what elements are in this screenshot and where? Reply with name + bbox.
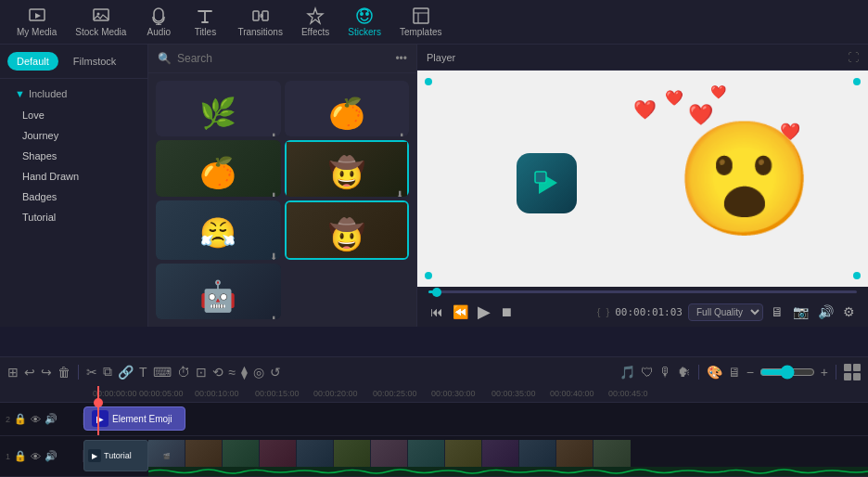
cut-icon[interactable]: ✂ [86, 365, 97, 380]
main-emoji: 😮 [675, 114, 814, 245]
split-icon[interactable]: ⊞ [7, 365, 19, 380]
rewind-btn[interactable]: ⏮ [428, 303, 445, 321]
effects-btn[interactable]: Effects [292, 3, 338, 41]
left-panel-tabs: Default Filmstock [0, 45, 147, 79]
voice-icon[interactable]: 🗣 [678, 365, 691, 380]
transitions-btn[interactable]: Transitions [228, 3, 292, 41]
copy-icon[interactable]: ⧉ [103, 364, 112, 380]
ruler-15: 00:00:15:00 [255, 389, 300, 398]
left-panel: Default Filmstock ▼ Included Love Journe… [0, 45, 148, 327]
search-input[interactable] [177, 52, 389, 65]
zoom-in-icon[interactable]: + [821, 365, 828, 380]
sticker-element-emoji-9[interactable]: 🤖 ⬇ Element Emoji 9 [156, 264, 281, 319]
mic-icon[interactable]: 🎙 [659, 365, 672, 380]
step-back-btn[interactable]: ⏪ [451, 303, 470, 321]
heart-far-right: ❤️ [710, 84, 726, 99]
magnet-icon[interactable]: ◎ [253, 365, 264, 380]
progress-dot [432, 288, 441, 297]
track-2-audio[interactable]: 🔊 [45, 413, 57, 425]
redo-icon[interactable]: ↪ [41, 365, 52, 380]
zoom-slider[interactable] [760, 365, 815, 380]
right-layout: Player ⛶ ❤️ ❤️ ❤️ ❤️ ❤️ 😮 [417, 45, 868, 327]
snap-icon[interactable]: ⧫ [241, 365, 248, 380]
camera-btn[interactable]: 📷 [791, 303, 811, 321]
titles-btn[interactable]: Titles [182, 3, 228, 41]
default-tab[interactable]: Default [7, 52, 58, 71]
sidebar-item-badges[interactable]: Badges [0, 187, 147, 207]
sticker-element-emoji-5[interactable]: 🍊 ⬇ Element Emoji 5 [156, 140, 281, 196]
track-1-lock[interactable]: 🔒 [14, 450, 27, 462]
sticker-element-emoji-7[interactable]: 😤 ⬇ Element Emoji 7 [156, 200, 281, 260]
sidebar-item-hand-drawn[interactable]: Hand Drawn [0, 166, 147, 187]
caption-icon[interactable]: ⌨ [153, 365, 172, 380]
timeline-ruler: 00:00:00:00 00:00:05:00 00:00:10:00 00:0… [0, 386, 868, 403]
player-canvas: ❤️ ❤️ ❤️ ❤️ ❤️ 😮 [417, 71, 868, 287]
sidebar-item-shapes[interactable]: Shapes [0, 146, 147, 166]
progress-bar-container[interactable] [417, 287, 868, 297]
stickers-btn[interactable]: Stickers [338, 3, 390, 41]
monitor-icon[interactable]: 🖥 [728, 365, 741, 380]
track-2-lock[interactable]: 🔒 [14, 413, 27, 425]
text-icon[interactable]: T [139, 365, 147, 380]
timer-icon[interactable]: ⏱ [177, 365, 190, 380]
svg-point-8 [366, 13, 368, 15]
sidebar-item-journey[interactable]: Journey [0, 125, 147, 146]
tutorial-clip[interactable]: ▶ Tutorial [83, 440, 148, 471]
sticker-element-emoji-8[interactable]: 🤠 Element Emoji 8 [285, 200, 410, 260]
my-media-btn[interactable]: My Media [7, 3, 66, 41]
refresh-icon[interactable]: ↺ [270, 365, 281, 380]
settings-btn[interactable]: ⚙ [841, 303, 857, 321]
expand-icon[interactable]: ⛶ [848, 51, 859, 64]
included-section-header[interactable]: ▼ Included [0, 83, 147, 105]
timeline-toolbar: ⊞ ↩ ↪ 🗑 ✂ ⧉ 🔗 T ⌨ ⏱ ⊡ ⟲ ≈ ⧫ ◎ ↺ 🎵 🛡 🎙 🗣 … [0, 356, 868, 386]
ripple-icon[interactable]: ≈ [229, 365, 236, 380]
audio-track-icon[interactable]: 🎵 [619, 365, 635, 380]
ruler-25: 00:00:25:00 [373, 389, 417, 398]
ruler-10: 00:00:10:00 [195, 389, 239, 398]
color-icon[interactable]: 🎨 [707, 365, 722, 380]
track-1-content: ▶ Tutorial 🎬 [83, 436, 868, 476]
download-icon-7: ⬇ [270, 251, 277, 260]
screen-btn[interactable]: 🖥 [769, 303, 785, 321]
corner-dot-tr [853, 78, 861, 85]
stock-media-btn[interactable]: Stock Media [66, 3, 135, 41]
track-1-audio[interactable]: 🔊 [45, 450, 57, 462]
track-2-visibility[interactable]: 👁 [31, 414, 41, 425]
tutorial-clip-icon: ▶ [88, 449, 101, 462]
filmstock-tab[interactable]: Filmstock [64, 52, 125, 71]
sticker-emoji-6-icon: 🤠 [328, 155, 365, 190]
track-1-controls: 1 🔒 👁 🔊 [0, 450, 83, 462]
audio-btn[interactable]: Audio [135, 3, 182, 41]
sticker-emoji-3-icon: 🌿 [199, 96, 236, 131]
bracket-close: } [606, 306, 609, 317]
timeline-section: ⊞ ↩ ↪ 🗑 ✂ ⧉ 🔗 T ⌨ ⏱ ⊡ ⟲ ≈ ⧫ ◎ ↺ 🎵 🛡 🎙 🗣 … [0, 356, 868, 477]
track-2: 2 🔒 👁 🔊 ▶ Element Emoji [0, 403, 868, 436]
zoom-out-icon[interactable]: − [747, 365, 754, 380]
sidebar-item-tutorial[interactable]: Tutorial [0, 207, 147, 227]
stop-btn[interactable]: ⏹ [498, 303, 515, 321]
quality-select[interactable]: Full Quality [688, 303, 763, 321]
undo-icon[interactable]: ↩ [24, 365, 35, 380]
shield-icon[interactable]: 🛡 [641, 365, 654, 380]
volume-btn[interactable]: 🔊 [816, 303, 836, 321]
sticker-element-emoji-3[interactable]: 🌿 ⬇ Element Emoji 3 [156, 81, 281, 136]
crop-icon[interactable]: ⊡ [196, 365, 207, 380]
layout-grid-icon[interactable] [844, 364, 861, 380]
more-options-icon[interactable]: ••• [395, 52, 407, 65]
ruler-marks: 00:00:00:00 00:00:05:00 00:00:10:00 00:0… [83, 386, 868, 402]
sidebar-item-love[interactable]: Love [0, 105, 147, 125]
track-2-playhead [97, 403, 99, 435]
delete-icon[interactable]: 🗑 [57, 365, 70, 380]
play-btn[interactable]: ▶ [476, 300, 492, 324]
track-1-visibility[interactable]: 👁 [31, 451, 41, 462]
divider-1 [78, 365, 79, 380]
waveform-display [148, 467, 868, 476]
link-icon[interactable]: 🔗 [118, 365, 134, 380]
transform-icon[interactable]: ⟲ [212, 365, 223, 380]
included-label: Included [29, 88, 68, 99]
sticker-element-emoji-6[interactable]: 🤠 ⬇ Element Emoji 6 [285, 140, 410, 196]
player-header: Player ⛶ [417, 45, 868, 71]
sticker-element-emoji-4[interactable]: 🍊 ⬇ Element Emoji 4 [285, 81, 410, 136]
ruler-20: 00:00:20:00 [313, 389, 358, 398]
templates-btn[interactable]: Templates [390, 3, 452, 41]
